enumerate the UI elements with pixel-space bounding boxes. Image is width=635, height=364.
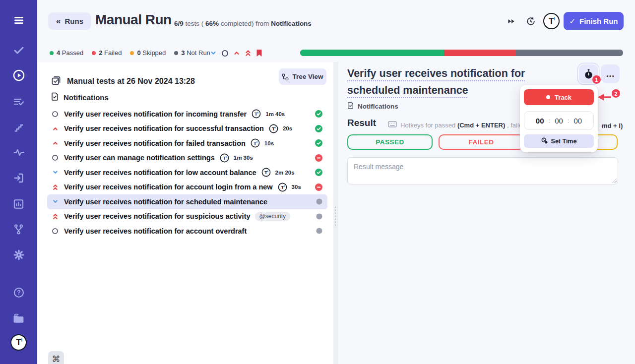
test-duration: 1m 40s: [265, 111, 285, 117]
panel-resize-handle[interactable]: [333, 62, 338, 364]
sidebar-item-pulse[interactable]: [0, 144, 37, 161]
list-check-icon: [13, 96, 25, 108]
test-row-title: Verify user can manage notification sett…: [64, 154, 215, 162]
bookmark-filter-icon[interactable]: [256, 49, 262, 57]
import-icon: [13, 172, 25, 184]
test-row[interactable]: Verify user receives notification for ac…: [47, 224, 327, 239]
priority-high-filter-icon[interactable]: [233, 50, 240, 57]
status-count-notrun[interactable]: 3 Not Run: [174, 49, 210, 57]
run-progress-bar: [300, 50, 623, 56]
more-actions-button[interactable]: …: [601, 64, 620, 83]
status-dot-icon: [174, 51, 178, 55]
test-row[interactable]: Verify user receives notification for lo…: [47, 165, 327, 180]
status-count-failed[interactable]: 2 Failed: [92, 49, 122, 57]
page-title: Manual Run: [95, 12, 172, 28]
test-row[interactable]: Verify user receives notification for su…: [47, 121, 327, 136]
timer-history-icon[interactable]: [525, 15, 537, 27]
timer-seconds[interactable]: 00: [573, 117, 582, 125]
timer-hours[interactable]: 00: [536, 117, 544, 125]
back-to-runs-button[interactable]: « Runs: [48, 12, 91, 30]
priority-normal-icon: [51, 228, 59, 235]
test-detail-panel: Verify user receives notification for sc…: [338, 62, 635, 364]
fast-forward-icon[interactable]: [506, 15, 517, 27]
sidebar-item-import[interactable]: [0, 170, 37, 186]
set-time-button[interactable]: Set Time: [524, 134, 594, 148]
automation-logo-icon: T: [261, 168, 271, 177]
priority-urgent-icon: [51, 183, 59, 191]
keyboard-icon: [388, 121, 397, 129]
bar-chart-icon: [13, 198, 24, 210]
test-tag[interactable]: @security: [255, 212, 291, 221]
priority-normal-filter-icon[interactable]: [221, 50, 229, 57]
sidebar-item-help[interactable]: ?: [0, 284, 37, 301]
sidebar-item-projects[interactable]: [0, 310, 37, 327]
status-notrun-icon: [316, 213, 322, 220]
priority-low-filter-icon[interactable]: [210, 50, 217, 57]
stairs-icon: [13, 122, 24, 133]
sidebar-item-settings[interactable]: [0, 246, 37, 263]
priority-urgent-filter-icon[interactable]: [245, 49, 252, 57]
test-breadcrumb[interactable]: Notifications: [347, 102, 398, 111]
automation-logo-icon: T: [220, 153, 229, 163]
finish-run-button[interactable]: ✓ Finish Run: [564, 12, 624, 30]
status-count-passed[interactable]: 4 Passed: [50, 49, 83, 57]
status-summary: 4 Passed2 Failed0 Skipped3 Not Run: [50, 49, 210, 57]
timer-minutes[interactable]: 00: [555, 117, 563, 125]
status-passed-icon: [315, 139, 322, 147]
sidebar-item-analytics[interactable]: [0, 195, 37, 212]
app-logo[interactable]: T: [543, 13, 560, 29]
failed-button[interactable]: FAILED: [439, 134, 524, 150]
sidebar-item-steps[interactable]: [0, 119, 37, 136]
status-notrun-icon: [316, 198, 322, 205]
test-row-title: Verify user receives notification for sc…: [64, 198, 267, 206]
sidebar-item-menu[interactable]: [0, 12, 37, 29]
annotation-badge-1: 1: [592, 75, 601, 84]
sidebar-item-runs[interactable]: [0, 67, 37, 84]
status-failed-icon: [315, 183, 322, 191]
test-row[interactable]: Verify user receives notification for ac…: [47, 180, 327, 195]
track-time-button[interactable]: Track: [524, 89, 594, 105]
priority-high-icon: [51, 140, 59, 146]
status-passed-icon: [315, 125, 322, 132]
test-row[interactable]: Verify user receives notification for sc…: [47, 194, 327, 209]
test-row[interactable]: Verify user can manage notification sett…: [47, 151, 327, 166]
sidebar-item-test-plans[interactable]: [0, 93, 37, 110]
priority-normal-icon: [51, 154, 59, 161]
run-title-row: Manual tests at 26 Nov 2024 13:28: [51, 75, 195, 87]
timer-input[interactable]: 00 : 00 : 00: [524, 111, 594, 130]
app-window: ?T « Runs Manual Run 6/9 tests ( 66% com…: [0, 0, 635, 364]
sidebar-item-tests[interactable]: [0, 42, 37, 59]
suite-folder-row[interactable]: Notifications: [51, 92, 109, 102]
manual-tests-icon: [51, 75, 61, 87]
status-count-skipped[interactable]: 0 Skipped: [130, 49, 166, 57]
svg-text:T: T: [280, 184, 283, 190]
percent-completed: 66%: [205, 20, 219, 27]
test-row[interactable]: Verify user receives notification for in…: [47, 107, 327, 121]
hotkeys-hint: Hotkeys for passed (Cmd + ENTER) , faile…: [388, 121, 526, 129]
test-row-title: Verify user receives notification for su…: [64, 124, 264, 132]
status-passed-icon: [315, 110, 322, 118]
run-name: Manual tests at 26 Nov 2024 13:28: [67, 77, 195, 86]
priority-high-icon: [51, 125, 59, 132]
command-palette-button[interactable]: ⌘: [48, 351, 64, 364]
logo-tick: [554, 17, 556, 20]
sidebar-item-branches[interactable]: [0, 221, 37, 238]
grip-dots-icon: [334, 206, 337, 228]
passed-button[interactable]: PASSED: [347, 134, 433, 150]
test-list: Verify user receives notification for in…: [47, 107, 327, 239]
test-row[interactable]: Verify user receives notification for fa…: [47, 136, 327, 151]
result-heading: Result: [347, 118, 376, 128]
automation-logo-icon: T: [269, 124, 278, 133]
result-message-input[interactable]: [347, 157, 618, 184]
test-row[interactable]: Verify user receives notification for su…: [47, 209, 327, 224]
progress-segment-passed: [300, 50, 444, 56]
sidebar-logo[interactable]: T: [10, 334, 27, 351]
test-row-title: Verify user receives notification for ac…: [64, 227, 247, 235]
svg-text:T: T: [254, 140, 256, 146]
priority-low-icon: [51, 169, 59, 176]
hamburger-icon: [13, 14, 25, 26]
tree-view-button[interactable]: Tree View: [279, 68, 326, 85]
status-dot-icon: [92, 51, 96, 55]
test-duration: 20s: [283, 125, 292, 131]
document-check-icon: [51, 92, 59, 102]
